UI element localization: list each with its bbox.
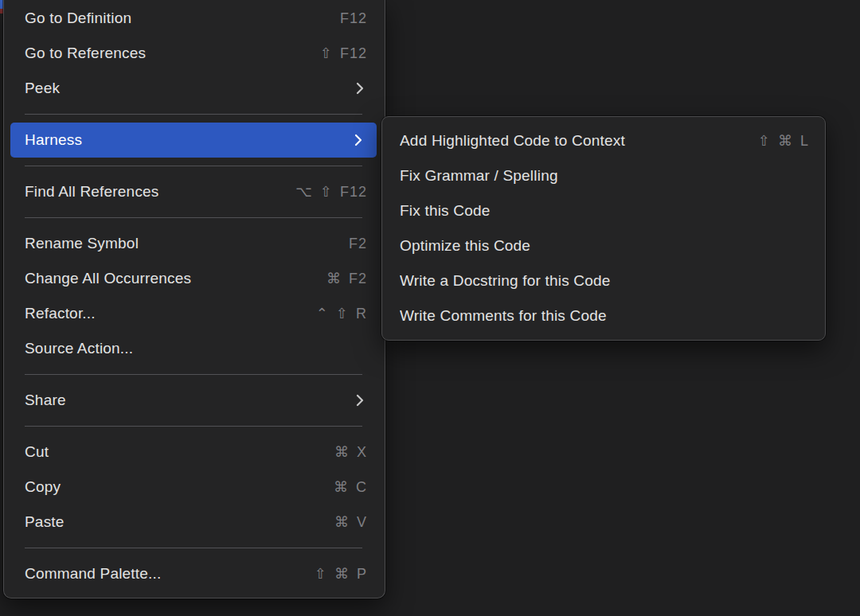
menu-item-label: Fix Grammar / Spelling <box>400 167 809 185</box>
menu-item-label: Harness <box>25 131 354 149</box>
menu-item-label: Find All References <box>25 183 295 201</box>
menu-separator <box>25 374 362 375</box>
menu-item-label: Refactor... <box>25 305 316 322</box>
shortcut-hint: ⌘ X <box>334 443 367 461</box>
menu-separator <box>25 426 362 427</box>
menu-item-command-palette[interactable]: Command Palette... ⇧ ⌘ P <box>4 556 385 591</box>
shortcut-hint: ⇧ F12 <box>320 45 367 62</box>
shortcut-hint: ⌥ ⇧ F12 <box>295 183 367 201</box>
shortcut-hint: ⌃ ⇧ R <box>316 305 367 322</box>
menu-separator <box>25 217 362 218</box>
shortcut-hint: ⌘ C <box>334 478 367 496</box>
shortcut-hint: ⇧ ⌘ P <box>315 565 367 583</box>
menu-item-change-all-occurrences[interactable]: Change All Occurrences ⌘ F2 <box>4 261 385 296</box>
menu-item-label: Peek <box>25 80 356 97</box>
menu-item-label: Source Action... <box>25 340 367 357</box>
harness-submenu: Add Highlighted Code to Context ⇧ ⌘ L Fi… <box>381 116 826 341</box>
menu-item-find-all-references[interactable]: Find All References ⌥ ⇧ F12 <box>4 174 385 209</box>
menu-item-label: Paste <box>25 513 334 531</box>
submenu-item-write-comments-for-this-code[interactable]: Write Comments for this Code <box>382 298 825 333</box>
submenu-item-fix-this-code[interactable]: Fix this Code <box>382 193 825 228</box>
menu-item-cut[interactable]: Cut ⌘ X <box>4 435 385 470</box>
shortcut-hint: ⇧ ⌘ L <box>758 132 809 150</box>
menu-item-label: Write Comments for this Code <box>400 307 809 325</box>
menu-item-go-to-definition[interactable]: Go to Definition F12 <box>4 1 385 36</box>
menu-separator <box>25 166 362 166</box>
menu-item-label: Add Highlighted Code to Context <box>400 132 758 150</box>
menu-item-label: Go to Definition <box>25 10 340 27</box>
menu-item-refactor[interactable]: Refactor... ⌃ ⇧ R <box>4 296 385 331</box>
shortcut-hint: ⌘ V <box>334 513 367 531</box>
shortcut-hint: F12 <box>340 10 367 27</box>
menu-item-source-action[interactable]: Source Action... <box>4 331 385 366</box>
submenu-item-optimize-this-code[interactable]: Optimize this Code <box>382 228 825 263</box>
menu-item-go-to-references[interactable]: Go to References ⇧ F12 <box>4 36 385 71</box>
submenu-item-add-highlighted-code-to-context[interactable]: Add Highlighted Code to Context ⇧ ⌘ L <box>382 123 825 158</box>
menu-item-label: Rename Symbol <box>25 235 349 252</box>
menu-item-label: Share <box>25 392 356 409</box>
submenu-item-fix-grammar-spelling[interactable]: Fix Grammar / Spelling <box>382 158 825 193</box>
menu-item-label: Cut <box>25 443 334 461</box>
chevron-right-icon <box>356 82 364 95</box>
menu-item-label: Optimize this Code <box>400 237 809 255</box>
submenu-item-write-a-docstring-for-this-code[interactable]: Write a Docstring for this Code <box>382 263 825 298</box>
shortcut-hint: F2 <box>349 236 367 252</box>
menu-item-label: Copy <box>25 478 334 496</box>
shortcut-hint: ⌘ F2 <box>326 270 367 287</box>
menu-separator <box>25 114 362 115</box>
menu-item-label: Command Palette... <box>25 565 315 583</box>
menu-item-rename-symbol[interactable]: Rename Symbol F2 <box>4 226 385 261</box>
menu-item-share[interactable]: Share <box>4 383 385 418</box>
menu-item-label: Write a Docstring for this Code <box>400 272 809 290</box>
menu-item-label: Go to References <box>25 45 320 62</box>
menu-separator <box>25 548 362 548</box>
menu-item-paste[interactable]: Paste ⌘ V <box>4 505 385 540</box>
menu-item-copy[interactable]: Copy ⌘ C <box>4 470 385 505</box>
menu-item-peek[interactable]: Peek <box>4 71 385 106</box>
context-menu: Go to Definition F12 Go to References ⇧ … <box>3 0 385 598</box>
menu-item-harness[interactable]: Harness <box>10 123 377 158</box>
chevron-right-icon <box>356 394 364 407</box>
chevron-right-icon <box>354 134 362 146</box>
menu-item-label: Fix this Code <box>400 202 809 220</box>
menu-item-label: Change All Occurrences <box>25 270 326 287</box>
